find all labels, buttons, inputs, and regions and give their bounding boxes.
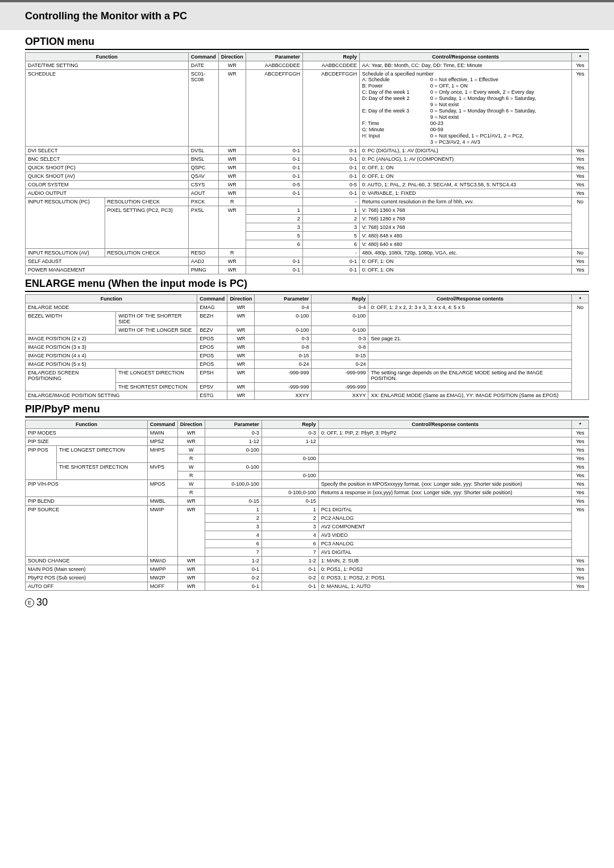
table-row: PIP BLENDMWBLWR0-150-15Yes [26,497,589,506]
cell: AV1 DIGITAL [318,548,571,557]
cell: -999-999 [312,383,368,391]
cell: BEZV [197,326,227,335]
cell: Yes [572,437,589,446]
cell: Returns current resolution in the form o… [359,198,571,206]
enlarge-table: Function Command Direction Parameter Rep… [25,294,589,400]
cell: 0: OFF, 1: ON [359,257,571,266]
cell: 1 [302,206,359,215]
cell: IMAGE POSITION (5 x 5) [26,360,197,369]
cell: 0-1 [262,565,318,574]
th-control: Control/Response contents [368,295,572,303]
th-parameter: Parameter [205,420,262,429]
cell: DVSL [188,147,218,155]
cell: Yes [572,489,589,497]
cell: EPSH [197,369,227,383]
cell: - [302,249,359,257]
cell: Yes [572,446,589,454]
cell: QUICK SHOOT (AV) [26,172,189,181]
cell: PIP MODES [26,429,148,437]
th-parameter: Parameter [246,53,302,61]
cell: WR [218,189,246,198]
cell: SELF ADJUST [26,257,189,266]
cell: 0-100 [262,471,318,480]
cell: 0-100 [262,454,318,463]
cell: MWIN [147,429,177,437]
cell: 0-1 [302,164,359,172]
cell: -999-999 [312,369,368,383]
cell: 0-1 [205,582,262,591]
page-title: Controlling the Monitor with a PC [25,10,614,22]
table-row: POWER MANAGEMENTPMNGWR0-10-10: OFF, 1: O… [26,266,589,274]
cell: MWPP [147,565,177,574]
th-direction: Direction [177,420,205,429]
table-row: PIP POSTHE LONGEST DIRECTIONMHPSW0-100Ye… [26,446,589,454]
cell: MHPS [147,446,177,463]
cell [318,446,571,454]
cell: AV2 COMPONENT [318,523,571,531]
cell: WR [177,497,205,506]
cell: Yes [572,574,589,582]
cell: XXYY [312,391,368,400]
cell [368,343,572,352]
cell: Yes [572,429,589,437]
table-row: PIP V/H-POSMPOSW0-100,0-100Specify the p… [26,480,589,489]
cell [318,497,571,506]
th-command: Command [197,295,227,303]
cell: EPOS [197,352,227,360]
cell: IMAGE POSITION (4 x 4) [26,352,197,360]
cell: 0-100,0-100 [262,489,318,497]
cell: WR [177,506,205,557]
cell: Specify the position in MPOSxxxyyy forma… [318,480,571,489]
cell: Returns a response in (xxx,yyy) format. … [318,489,571,497]
cell: PIP SOURCE [26,506,148,557]
table-row: PIP SIZEMPSZWR1-121-12Yes [26,437,589,446]
cell: ENLARGE/IMAGE POSITION SETTING [26,391,197,400]
cell: 0-100 [205,446,262,454]
cell: 1-2 [205,557,262,565]
cell: R [218,249,246,257]
cell: MWIP [147,506,177,557]
cell: 0-1 [302,189,359,198]
cell: 0-2 [262,574,318,582]
cell: 0-5 [302,181,359,189]
cell: 2 [205,514,262,523]
cell: The setting range depends on the ENLARGE… [368,369,572,383]
cell: 0: PC (ANALOG), 1: AV (COMPONENT) [359,155,571,164]
cell: 0: MANUAL, 1: AUTO [318,582,571,591]
cell: INPUT RESOLUTION (PC) [26,198,105,249]
cell: BEZH [197,312,227,326]
cell: MWAD [147,557,177,565]
cell: AA: Year, BB: Month, CC: Day, DD: Time, … [359,61,571,70]
cell: 6 [262,540,318,548]
cell: ENLARGED SCREEN POSITIONING [26,369,116,391]
table-row: PIXEL SETTING (PC2, PC3)PXSLWR11V: 768) … [26,206,589,215]
table-row: SCHEDULESC01-SC08WRABCDEFFGGHABCDEFFGGHS… [26,70,589,147]
cell: QSPC [188,164,218,172]
cell: 0-5 [246,181,302,189]
cell: R [218,198,246,206]
cell: WIDTH OF THE LONGER SIDE [116,326,197,335]
cell: IMAGE POSITION (3 x 3) [26,343,197,352]
th-direction: Direction [227,295,255,303]
cell: 480i, 480p, 1080i, 720p, 1080p, VGA, etc… [359,249,571,257]
cell: COLOR SYSTEM [26,181,189,189]
cell: 0-2 [205,574,262,582]
cell: V: 480) 640 x 480 [359,240,571,249]
cell: 0-1 [302,266,359,274]
table-row: IMAGE POSITION (4 x 4)EPOSWR0-150-15 [26,352,589,360]
cell: No [572,303,589,400]
cell: Yes [572,565,589,574]
table-row: AUDIO OUTPUTAOUTWR0-10-10: VARIABLE, 1: … [26,189,589,198]
pip-table: Function Command Direction Parameter Rep… [25,420,589,591]
table-row: AUTO OFFMOFFWR0-10-10: MANUAL, 1: AUTOYe… [26,582,589,591]
th-control: Control/Response contents [359,53,571,61]
cell: WR [227,391,255,400]
cell: PC1 DIGITAL [318,506,571,514]
cell: RESOLUTION CHECK [105,198,188,206]
cell: 7 [262,548,318,557]
cell: DATE/TIME SETTING [26,61,189,70]
cell: ABCDEFFGGH [246,70,302,147]
cell [246,249,302,257]
cell: SCHEDULE [26,70,189,147]
th-function: Function [26,420,148,429]
